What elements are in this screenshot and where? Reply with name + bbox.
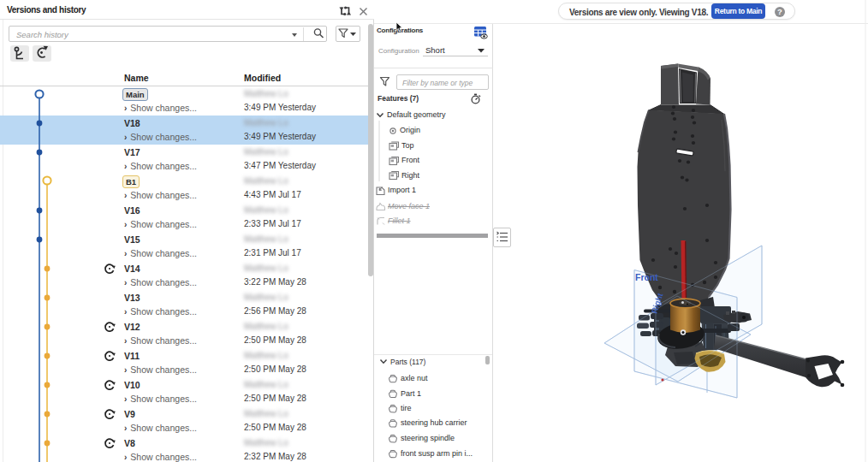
svg-text:Front: Front bbox=[635, 272, 658, 282]
